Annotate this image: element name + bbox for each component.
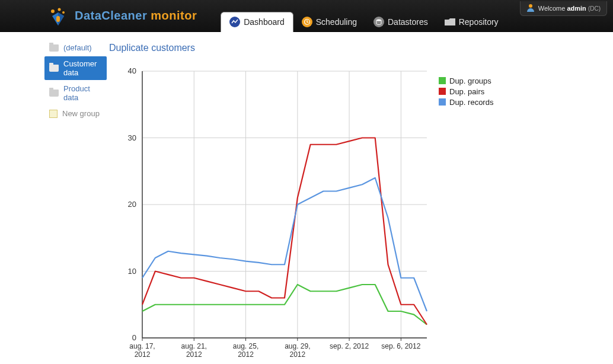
svg-text:aug. 21,: aug. 21, (181, 342, 207, 350)
sidebar-item-default[interactable]: (default) (44, 40, 107, 55)
svg-point-0 (529, 4, 532, 8)
svg-point-1 (51, 9, 55, 13)
sidebar-item-customer-data[interactable]: Customer data (44, 56, 107, 80)
main-nav: Dashboard Scheduling Datastores Reposito… (221, 0, 506, 32)
nav-scheduling[interactable]: Scheduling (293, 12, 365, 32)
sidebar: (default) Customer data Product data New… (0, 37, 107, 364)
svg-text:2012: 2012 (135, 350, 151, 359)
svg-text:10: 10 (128, 267, 136, 276)
nav-dashboard[interactable]: Dashboard (221, 12, 293, 32)
svg-text:aug. 29,: aug. 29, (285, 342, 310, 350)
sidebar-new-group[interactable]: New group (44, 106, 107, 121)
svg-text:aug. 17,: aug. 17, (129, 342, 155, 350)
user-icon (526, 4, 535, 13)
folder-icon (49, 44, 59, 52)
svg-point-2 (58, 8, 61, 11)
database-icon (373, 17, 384, 27)
user-welcome[interactable]: Welcome admin (DC) (520, 1, 607, 16)
clock-icon (302, 17, 312, 27)
folder-icon (49, 65, 59, 72)
topbar: Welcome admin (DC) DataCleaner monitor D… (0, 0, 613, 32)
svg-text:sep. 6, 2012: sep. 6, 2012 (381, 342, 420, 350)
svg-text:Dup. pairs: Dup. pairs (449, 87, 485, 96)
note-icon (49, 110, 58, 118)
sidebar-item-product-data[interactable]: Product data (44, 81, 107, 105)
content: Duplicate customers 010203040aug. 17,201… (107, 37, 613, 364)
svg-text:40: 40 (128, 66, 136, 75)
svg-point-6 (376, 19, 381, 21)
svg-text:20: 20 (128, 200, 136, 209)
chart-title: Duplicate customers (109, 43, 606, 53)
svg-text:Dup. records: Dup. records (449, 98, 494, 107)
app-logo[interactable]: DataCleaner monitor (47, 7, 197, 25)
svg-text:aug. 25,: aug. 25, (233, 342, 258, 350)
svg-text:Dup. groups: Dup. groups (449, 76, 491, 85)
folder-icon (49, 90, 59, 97)
svg-text:sep. 2, 2012: sep. 2, 2012 (330, 342, 369, 350)
svg-point-3 (62, 11, 65, 14)
logo-icon (47, 7, 66, 25)
svg-text:30: 30 (128, 133, 136, 142)
svg-rect-41 (439, 77, 446, 84)
svg-text:0: 0 (132, 333, 136, 342)
chart-icon (229, 17, 240, 27)
svg-rect-43 (439, 88, 446, 95)
svg-text:2012: 2012 (238, 350, 254, 359)
nav-repository[interactable]: Repository (436, 12, 507, 32)
svg-text:2012: 2012 (289, 350, 305, 359)
svg-text:2012: 2012 (186, 350, 202, 359)
nav-datastores[interactable]: Datastores (365, 12, 436, 32)
chart[interactable]: 010203040aug. 17,2012aug. 21,2012aug. 25… (107, 59, 534, 364)
svg-rect-45 (439, 98, 446, 106)
svg-rect-4 (56, 16, 60, 22)
folder-nav-icon (445, 17, 455, 27)
app-name: DataCleaner monitor (75, 9, 197, 23)
